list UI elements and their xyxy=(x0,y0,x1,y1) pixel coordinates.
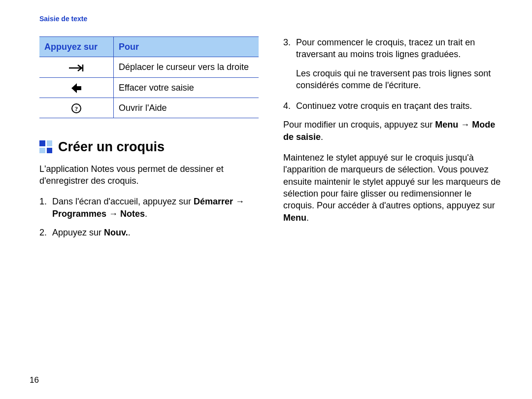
steps-list-right: Pour commencer le croquis, tracez un tra… xyxy=(283,36,502,112)
step-bold: Nouv. xyxy=(104,228,128,237)
after-para-2: Maintenez le stylet appuyé sur le croqui… xyxy=(283,152,502,224)
step-text: Continuez votre croquis en traçant des t… xyxy=(296,101,472,111)
after-suffix: . xyxy=(306,213,309,223)
after-para-1: Pour modifier un croquis, appuyez sur Me… xyxy=(283,119,502,143)
page: Saisie de texte Appuyez sur Pour xyxy=(0,0,532,399)
after-text: Pour modifier un croquis, appuyez sur xyxy=(283,120,435,130)
list-item: Appuyez sur Nouv.. xyxy=(39,227,259,238)
after-bold: Menu xyxy=(283,213,306,223)
left-column: Appuyez sur Pour Déplacer le xyxy=(39,36,259,245)
table-head-action: Pour xyxy=(114,37,259,57)
after-suffix: . xyxy=(321,132,323,142)
step-suffix: . xyxy=(145,209,147,219)
svg-text:?: ? xyxy=(75,105,78,112)
table-row: Déplacer le curseur vers la droite xyxy=(39,57,259,77)
table-cell-desc: Ouvrir l'Aide xyxy=(114,98,259,118)
table-cell-desc: Effacer votre saisie xyxy=(114,77,259,98)
list-item: Dans l'écran d'accueil, appuyez sur Déma… xyxy=(39,196,259,220)
table-head-keys: Appuyez sur xyxy=(39,37,114,57)
step-text: Dans l'écran d'accueil, appuyez sur xyxy=(52,197,194,206)
table-row: Effacer votre saisie xyxy=(39,77,259,98)
table-cell-desc: Déplacer le curseur vers la droite xyxy=(114,57,259,77)
squares-bullet-icon xyxy=(39,140,52,153)
header-section-link[interactable]: Saisie de texte xyxy=(39,15,502,23)
section-title: Créer un croquis xyxy=(58,138,165,156)
svg-marker-2 xyxy=(71,83,81,93)
section-intro: L'application Notes vous permet de dessi… xyxy=(39,163,259,187)
after-text: Maintenez le stylet appuyé sur le croqui… xyxy=(283,153,500,210)
arrow-left-delete-icon xyxy=(70,83,82,94)
content-columns: Appuyez sur Pour Déplacer le xyxy=(39,36,502,245)
steps-list-left: Dans l'écran d'accueil, appuyez sur Déma… xyxy=(39,196,259,238)
help-circle-icon: ? xyxy=(71,103,82,114)
step-text: Appuyez sur xyxy=(52,228,104,237)
shortcut-table: Appuyez sur Pour Déplacer le xyxy=(39,36,259,118)
arrow-right-long-icon xyxy=(68,64,85,72)
page-number: 16 xyxy=(30,375,39,385)
list-item: Continuez votre croquis en traçant des t… xyxy=(283,100,502,112)
list-item: Pour commencer le croquis, tracez un tra… xyxy=(283,36,502,91)
step-suffix: . xyxy=(128,228,131,237)
step-extra: Les croquis qui ne traversent pas trois … xyxy=(296,67,502,92)
table-row: ? Ouvrir l'Aide xyxy=(39,98,259,118)
section-heading: Créer un croquis xyxy=(39,138,259,156)
step-text: Pour commencer le croquis, tracez un tra… xyxy=(296,37,475,59)
right-column: Pour commencer le croquis, tracez un tra… xyxy=(283,36,502,245)
